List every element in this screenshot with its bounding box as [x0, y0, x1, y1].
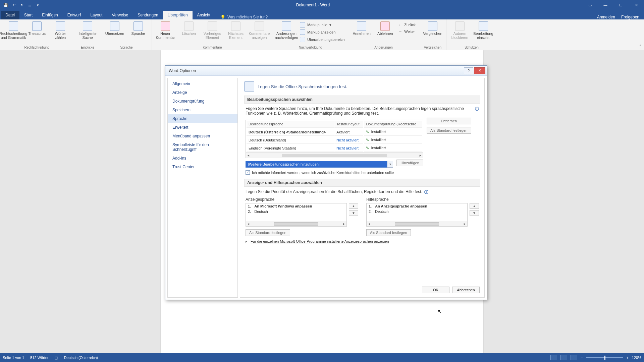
- section-edit-desc: Fügen Sie weitere Sprachen hinzu, um Ihr…: [246, 106, 472, 116]
- info-icon[interactable]: ⓘ: [475, 106, 479, 116]
- word-options-dialog: Word-Optionen ? ✕ Allgemein Anzeige Doku…: [165, 65, 487, 300]
- dialog-close-icon[interactable]: ✕: [474, 67, 485, 74]
- add-lang-button[interactable]: Hinzufügen: [396, 160, 423, 166]
- dialog-help-icon[interactable]: ?: [464, 67, 473, 74]
- notify-label: Ich möchte informiert werden, wenn ich z…: [252, 171, 394, 175]
- info-icon[interactable]: ⓘ: [424, 189, 428, 195]
- set-default-lang-button[interactable]: Als Standard festlegen: [427, 127, 471, 134]
- move-up-button[interactable]: ▲: [349, 203, 358, 209]
- list-item[interactable]: 2.Deutsch: [246, 209, 346, 214]
- ok-button[interactable]: OK: [422, 287, 449, 293]
- nav-anzeige[interactable]: Anzeige: [168, 88, 237, 97]
- edit-lang-table[interactable]: Bearbeitungssprache Tastaturlayout Dokum…: [246, 120, 423, 153]
- help-hscroll[interactable]: ◄►: [366, 221, 468, 227]
- nav-allgemein[interactable]: Allgemein: [168, 79, 237, 88]
- table-row[interactable]: Deutsch (Deutschland)Nicht aktiviert✎Ins…: [247, 136, 422, 144]
- move-down-button[interactable]: ▼: [470, 210, 479, 216]
- add-lang-value[interactable]: [246, 161, 387, 168]
- checkbox-checked-icon[interactable]: ✓: [246, 170, 250, 175]
- chevron-down-icon[interactable]: ▾: [387, 161, 393, 168]
- col-proof: Dokumentprüfung (Rechtschre: [364, 121, 422, 128]
- help-set-default-button[interactable]: Als Standard festlegen: [366, 229, 411, 236]
- display-lang-head: Anzeigesprache: [246, 197, 358, 202]
- cancel-button[interactable]: Abbrechen: [452, 287, 480, 293]
- list-item[interactable]: 2.Deutsch: [367, 209, 467, 214]
- col-lang: Bearbeitungssprache: [247, 121, 334, 128]
- section-display-lang-title: Anzeige- und Hilfesprachen auswählen: [244, 179, 480, 187]
- section-edit-lang-title: Bearbeitungssprachen auswählen: [244, 96, 480, 104]
- nav-menueband[interactable]: Menüband anpassen: [168, 132, 237, 140]
- scroll-thumb[interactable]: [282, 154, 387, 157]
- scroll-right-icon[interactable]: ►: [419, 154, 422, 157]
- list-item[interactable]: 1.An Microsoft Windows anpassen: [246, 203, 346, 209]
- installed-langs-label: Für die einzelnen Microsoft Office-Progr…: [251, 239, 389, 243]
- display-set-default-button[interactable]: Als Standard festlegen: [246, 229, 290, 236]
- nav-trustcenter[interactable]: Trust Center: [168, 163, 237, 171]
- add-lang-combo[interactable]: ▾: [246, 161, 393, 168]
- remove-lang-button[interactable]: Entfernen: [427, 118, 471, 124]
- dialog-backdrop: Word-Optionen ? ✕ Allgemein Anzeige Doku…: [0, 0, 644, 362]
- display-hscroll[interactable]: ◄►: [246, 221, 347, 227]
- scroll-thumb[interactable]: [395, 222, 439, 226]
- kbd-link[interactable]: Nicht aktiviert: [336, 138, 359, 142]
- table-row[interactable]: Deutsch (Österreich) <Standardeinstellun…: [247, 128, 422, 136]
- table-row[interactable]: Englisch (Vereinigte Staaten)Nicht aktiv…: [247, 144, 422, 152]
- kbd-link[interactable]: Nicht aktiviert: [336, 146, 359, 150]
- language-settings-icon: [244, 81, 254, 92]
- dialog-nav: Allgemein Anzeige Dokumentprüfung Speich…: [167, 78, 238, 298]
- dialog-title: Word-Optionen: [169, 68, 196, 73]
- move-up-button[interactable]: ▲: [470, 203, 479, 209]
- notify-checkbox-row[interactable]: ✓ Ich möchte informiert werden, wenn ich…: [246, 170, 479, 175]
- triangle-right-icon: ▸: [246, 239, 248, 243]
- scroll-thumb[interactable]: [274, 222, 318, 226]
- list-item[interactable]: 1.An Anzeigesprache anpassen: [367, 203, 467, 209]
- scroll-left-icon[interactable]: ◄: [247, 222, 250, 226]
- scroll-right-icon[interactable]: ►: [463, 222, 466, 226]
- content-heading: Legen Sie die Office-Spracheinstellungen…: [258, 84, 347, 89]
- scroll-right-icon[interactable]: ►: [342, 222, 345, 226]
- table-hscroll[interactable]: ◄ ►: [246, 153, 423, 158]
- nav-qat[interactable]: Symbolleiste für den Schnellzugriff: [168, 140, 237, 154]
- move-down-button[interactable]: ▼: [349, 210, 358, 216]
- nav-sprache[interactable]: Sprache: [168, 114, 237, 123]
- col-kbd: Tastaturlayout: [334, 121, 363, 128]
- nav-addins[interactable]: Add-Ins: [168, 154, 237, 163]
- scroll-left-icon[interactable]: ◄: [247, 154, 250, 157]
- dialog-titlebar[interactable]: Word-Optionen ? ✕: [165, 66, 487, 76]
- nav-speichern[interactable]: Speichern: [168, 106, 237, 114]
- installed-langs-link[interactable]: ▸ Für die einzelnen Microsoft Office-Pro…: [246, 239, 479, 244]
- nav-erweitert[interactable]: Erweitert: [168, 123, 237, 132]
- dialog-content: Legen Sie die Office-Spracheinstellungen…: [240, 78, 485, 298]
- help-lang-list[interactable]: 1.An Anzeigesprache anpassen 2.Deutsch: [366, 203, 468, 221]
- nav-dokumentpruefung[interactable]: Dokumentprüfung: [168, 97, 237, 106]
- scroll-left-icon[interactable]: ◄: [368, 222, 371, 226]
- help-lang-head: Hilfesprache: [366, 197, 479, 202]
- display-lang-list[interactable]: 1.An Microsoft Windows anpassen 2.Deutsc…: [246, 203, 347, 221]
- section-display-desc: Legen Sie die Priorität der Anzeigesprac…: [246, 189, 422, 195]
